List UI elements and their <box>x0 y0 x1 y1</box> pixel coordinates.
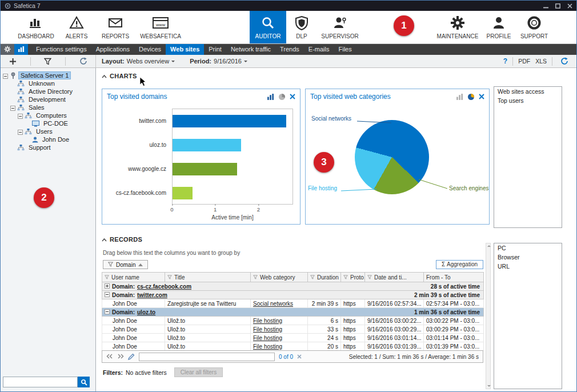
tree-item-active-directory[interactable]: Active Directory <box>1 87 95 95</box>
tab-applications[interactable]: Applications <box>91 44 134 55</box>
column-header-web-category[interactable]: Web category <box>251 273 308 282</box>
record-row[interactable]: John Doe Ulož.to File hosting 33 s https… <box>102 325 484 334</box>
collapse-box-icon[interactable] <box>3 73 8 78</box>
chart-picker-item-web-sites-access[interactable]: Web sites access <box>494 87 562 96</box>
group-chip-domain[interactable]: Domain <box>103 260 148 269</box>
tab-trends[interactable]: Trends <box>275 44 304 55</box>
ribbon-item-profile[interactable]: PROFILE <box>482 11 516 43</box>
bar-chart-toggle-icon[interactable] <box>456 93 463 101</box>
next-page-button[interactable] <box>117 354 124 360</box>
collapse-box-icon[interactable] <box>10 105 15 110</box>
quick-filter-input[interactable] <box>139 353 275 361</box>
domain-link[interactable]: uloz.to <box>137 309 155 315</box>
column-header-protocol[interactable]: Proto... <box>341 273 365 282</box>
tab-print[interactable]: Print <box>204 44 226 55</box>
tab-network-traffic[interactable]: Network traffic <box>226 44 275 55</box>
group-row-uloz-selected[interactable]: Domain:uloz.to 1 min 36 s of active time <box>102 308 484 317</box>
tree-item-computers[interactable]: Computers <box>1 111 95 119</box>
close-icon[interactable] <box>479 94 484 99</box>
maximize-button[interactable] <box>555 3 560 9</box>
tab-web-sites[interactable]: Web sites <box>166 44 204 55</box>
column-header-date-time[interactable]: Date and ti... <box>365 273 424 282</box>
ribbon-item-auditor[interactable]: AUDITOR <box>250 11 286 43</box>
refresh-button[interactable] <box>558 55 571 67</box>
export-pdf-button[interactable]: PDF <box>518 58 530 65</box>
tree-item-development[interactable]: Development <box>1 95 95 103</box>
tree-item-john-doe[interactable]: John Doe <box>1 135 95 143</box>
close-button[interactable] <box>567 3 572 9</box>
record-row[interactable]: John Doe Ulož.to File hosting 20 s https… <box>102 342 484 351</box>
records-section-header[interactable]: RECORDS <box>102 236 142 243</box>
clear-all-filters-button[interactable]: Clear all filters <box>174 367 223 377</box>
period-dropdown[interactable]: 9/16/2016 <box>214 58 247 65</box>
column-header-user-name[interactable]: User name <box>102 273 165 282</box>
column-header-from-to[interactable]: From - To <box>424 273 484 282</box>
records-scrollbar[interactable] <box>486 243 491 389</box>
tab-e-mails[interactable]: E-mails <box>304 44 334 55</box>
ribbon-item-dashboard[interactable]: DASHBOARD <box>14 11 58 43</box>
pie-chart-toggle-icon[interactable] <box>467 93 475 101</box>
category-link[interactable]: File hosting <box>253 318 282 324</box>
ribbon-item-maintenance[interactable]: MAINTENANCE <box>434 11 482 43</box>
tree-item-sales[interactable]: Sales <box>1 103 95 111</box>
column-item-browser[interactable]: Browser <box>494 253 562 262</box>
category-link[interactable]: File hosting <box>253 335 282 341</box>
tree-item-safetica-server[interactable]: Safetica Server 1 <box>1 71 95 79</box>
ribbon-item-dlp[interactable]: DLP <box>286 11 317 43</box>
ribbon-item-websafetica[interactable]: www WEBSAFETICA <box>135 11 186 43</box>
tree-search-input[interactable] <box>3 377 78 387</box>
bar-google[interactable] <box>173 163 237 175</box>
collapse-box-icon[interactable] <box>18 129 23 134</box>
minimize-button[interactable] <box>543 3 548 9</box>
tree-search-button[interactable] <box>78 377 90 387</box>
expand-box-icon[interactable] <box>105 283 110 290</box>
tree-item-pc-doe[interactable]: PC-DOE <box>1 119 95 127</box>
group-row-twitter[interactable]: Domain:twitter.com 2 min 39 s of active … <box>102 291 484 299</box>
visualization-mode-button[interactable] <box>14 44 28 55</box>
column-header-duration[interactable]: Duration <box>308 273 341 282</box>
collapse-box-icon[interactable] <box>105 309 110 315</box>
close-icon[interactable] <box>290 94 295 99</box>
tab-files[interactable]: Files <box>334 44 356 55</box>
settings-mode-button[interactable] <box>1 44 14 55</box>
bar-facebook[interactable] <box>173 187 193 199</box>
tree-item-support[interactable]: Support <box>1 143 95 151</box>
bar-twitter[interactable] <box>173 115 286 127</box>
tree-refresh-button[interactable] <box>77 55 90 67</box>
tab-functions-settings[interactable]: Functions settings <box>31 44 91 55</box>
filter-funnel-button[interactable] <box>41 55 55 67</box>
previous-page-button[interactable] <box>106 354 113 360</box>
domain-link[interactable]: twitter.com <box>137 292 167 298</box>
tab-devices[interactable]: Devices <box>134 44 166 55</box>
record-row[interactable]: John Doe Ulož.to File hosting 24 s https… <box>102 334 484 342</box>
clear-search-icon[interactable] <box>297 354 302 360</box>
group-row-facebook[interactable]: Domain:cs-cz.facebook.com 28 s of active… <box>102 282 484 291</box>
record-row[interactable]: John Doe Zaregistrujte se na Twitteru So… <box>102 299 484 308</box>
pie-chart-toggle-icon[interactable] <box>278 93 286 101</box>
ribbon-item-supervisor[interactable]: SUPERVISOR <box>317 11 363 43</box>
chart-picker-item-top-users[interactable]: Top users <box>494 96 562 105</box>
domain-link[interactable]: cs-cz.facebook.com <box>137 283 191 290</box>
bar-uloz[interactable] <box>173 139 241 151</box>
category-link[interactable]: File hosting <box>253 326 282 333</box>
ribbon-item-alerts[interactable]: ALERTS <box>58 11 95 43</box>
tree-item-users[interactable]: Users <box>1 127 95 135</box>
ribbon-item-support[interactable]: SUPPORT <box>516 11 552 43</box>
tree-item-unknown[interactable]: Unknown <box>1 79 95 87</box>
collapse-box-icon[interactable] <box>105 292 110 298</box>
export-xls-button[interactable]: XLS <box>535 58 547 65</box>
category-link[interactable]: File hosting <box>253 343 282 350</box>
aggregation-button[interactable]: Σ Aggregation <box>436 260 483 269</box>
ribbon-item-reports[interactable]: REPORTS <box>95 11 135 43</box>
layout-dropdown[interactable]: Webs overview <box>127 58 175 65</box>
column-item-url[interactable]: URL <box>494 262 562 271</box>
collapse-box-icon[interactable] <box>18 113 23 118</box>
column-item-pc[interactable]: PC <box>494 243 562 253</box>
category-link[interactable]: Social networks <box>253 301 293 307</box>
web-categories-pie[interactable] <box>355 120 429 194</box>
record-row[interactable]: John Doe Ulož.to File hosting 6 s https … <box>102 317 484 325</box>
bar-chart-toggle-icon[interactable] <box>267 93 274 101</box>
help-button[interactable]: ? <box>503 57 507 65</box>
charts-section-header[interactable]: CHARTS <box>102 73 137 79</box>
add-button[interactable] <box>6 55 19 67</box>
